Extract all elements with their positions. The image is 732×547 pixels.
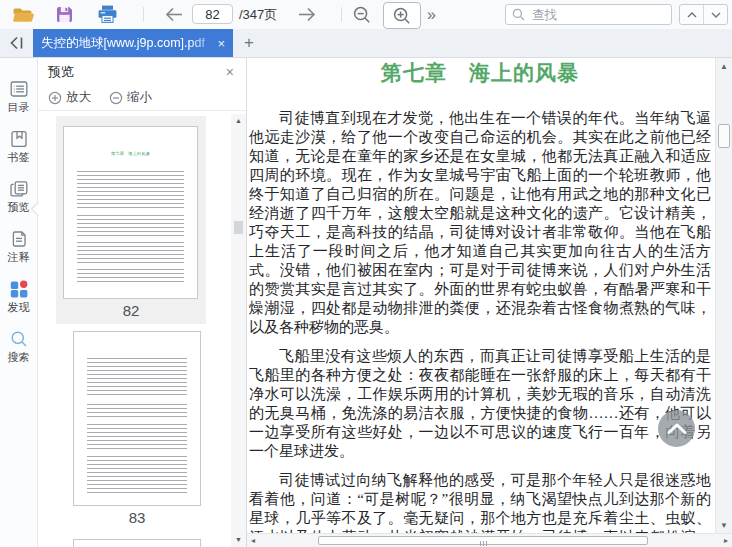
- collapse-tabs-button[interactable]: [6, 34, 26, 52]
- page-number-input[interactable]: [192, 4, 233, 24]
- open-folder-icon: [12, 5, 34, 24]
- tab-title: 失控的地球[www.j9p.com].pdf: [41, 35, 213, 52]
- thumbnail-chapter-title: 第七章 海上的风暴: [64, 151, 197, 157]
- sidebar-item-toc[interactable]: 目录: [0, 71, 37, 121]
- page-total-label: /347页: [239, 0, 277, 29]
- scrollbar-grip: [479, 532, 488, 547]
- preview-panel: 预览 × 放大 缩小: [38, 58, 247, 547]
- sidebar-item-bookmarks[interactable]: 书签: [0, 121, 37, 171]
- thumbnail-text-block: [77, 215, 184, 237]
- discover-grid-icon: [9, 279, 29, 299]
- sidebar-item-label: 目录: [8, 101, 30, 113]
- circle-plus-icon: [48, 91, 62, 105]
- chapter-title: 第七章 海上的风暴: [249, 60, 711, 87]
- chevron-left-bar-icon: [9, 35, 24, 51]
- thumbnail-text-block: [87, 456, 187, 494]
- scroll-down-icon[interactable]: ▼: [716, 521, 732, 530]
- document-paragraph: 飞船里没有这些烦人的东西，而真正让司徒博享受船上生活的是飞船里的各种方便之处：夜…: [249, 347, 711, 461]
- thumbnail-scrollbar[interactable]: ▲ ▼: [231, 114, 246, 547]
- sidebar-item-label: 书签: [8, 151, 30, 163]
- sidebar-item-annotations[interactable]: 注释: [0, 221, 37, 271]
- save-button[interactable]: [54, 4, 74, 24]
- scrollbar-thumb[interactable]: [718, 124, 730, 148]
- sidebar-item-preview[interactable]: 预览: [0, 171, 37, 221]
- thumbnail-zoom-out-button[interactable]: 缩小: [109, 89, 152, 106]
- tab-active-document[interactable]: 失控的地球[www.j9p.com].pdf ×: [33, 29, 233, 57]
- more-tools-button[interactable]: »: [427, 0, 436, 29]
- find-navigation: [679, 4, 728, 25]
- note-page-icon: [9, 229, 29, 249]
- scroll-up-icon[interactable]: ▲: [716, 62, 732, 71]
- preview-panel-title: 预览: [48, 63, 74, 81]
- sidebar-item-search[interactable]: 搜索: [0, 321, 37, 371]
- vertical-scrollbar[interactable]: ▲ ▼: [715, 58, 732, 534]
- sidebar-item-label: 预览: [8, 201, 30, 213]
- scroll-up-icon[interactable]: ▲: [231, 117, 246, 125]
- preview-zoom-row: 放大 缩小: [38, 85, 246, 111]
- plus-icon: +: [244, 33, 254, 53]
- printer-icon: [97, 4, 118, 24]
- thumbnail-text-block: [77, 242, 184, 264]
- new-tab-button[interactable]: +: [239, 29, 259, 57]
- scrollbar-thumb[interactable]: [318, 536, 648, 545]
- sidebar-item-label: 发现: [8, 301, 30, 313]
- document-area: 第七章 海上的风暴 司徒博直到现在才发觉，他出生在一个错误的年代。当年纳飞逼他远…: [247, 58, 732, 547]
- print-button[interactable]: [97, 4, 118, 24]
- scroll-right-icon[interactable]: ▸: [724, 534, 728, 547]
- arrow-left-icon: [162, 6, 186, 23]
- thumbnail-text-block: [87, 424, 187, 450]
- sidebar-item-label: 搜索: [8, 351, 30, 363]
- arrow-right-icon: [295, 6, 319, 23]
- document-paragraph: 司徒博试过向纳飞解释他的感受，可是那个年轻人只是很迷惑地看着他，问道：“可是树呢…: [249, 471, 711, 534]
- double-chevron-icon: »: [427, 6, 436, 24]
- find-next-button[interactable]: [703, 5, 727, 24]
- tab-bar: 失控的地球[www.j9p.com].pdf × +: [0, 29, 732, 58]
- toolbar-separator: [341, 7, 342, 22]
- thumbnail-text-block: [87, 404, 187, 418]
- thumbnail-text-block: [77, 269, 184, 283]
- scroll-down-icon[interactable]: ▼: [231, 536, 246, 544]
- search-input[interactable]: [530, 7, 665, 23]
- search-icon: [9, 329, 29, 349]
- zoom-in-label: 放大: [66, 89, 91, 106]
- sidebar: 目录 书签 预览: [0, 58, 38, 547]
- chevron-up-icon: [686, 11, 698, 19]
- scroll-left-icon[interactable]: ◂: [251, 534, 255, 547]
- sidebar-item-discover[interactable]: 发现: [0, 271, 37, 321]
- pdf-page: 第七章 海上的风暴 司徒博直到现在才发觉，他出生在一个错误的年代。当年纳飞逼他远…: [247, 58, 715, 534]
- save-floppy-icon: [54, 4, 74, 24]
- zoom-out-button[interactable]: [352, 5, 372, 25]
- scrollbar-thumb[interactable]: [234, 221, 243, 234]
- preview-close-button[interactable]: ×: [226, 64, 234, 80]
- bookmark-icon: [9, 129, 29, 149]
- search-icon: [512, 8, 525, 21]
- thumbnail-page-number: 83: [62, 509, 212, 526]
- zoom-in-button[interactable]: [383, 2, 421, 29]
- thumbnail-page-82[interactable]: 第七章 海上的风暴 82: [56, 116, 206, 324]
- search-box: [505, 4, 672, 25]
- thumbnail-zoom-in-button[interactable]: 放大: [48, 89, 91, 106]
- circle-minus-icon: [109, 91, 123, 105]
- magnifier-plus-icon: [392, 6, 412, 26]
- chevron-down-icon: [710, 11, 722, 19]
- app-body: 目录 书签 预览: [0, 58, 732, 547]
- sidebar-item-label: 注释: [8, 251, 30, 263]
- next-page-button[interactable]: [295, 6, 319, 23]
- magnifier-minus-icon: [352, 5, 372, 25]
- toolbar-separator: [143, 7, 144, 22]
- find-previous-button[interactable]: [680, 5, 703, 24]
- open-file-button[interactable]: [12, 5, 34, 24]
- horizontal-scrollbar[interactable]: ◂ ▸: [247, 533, 732, 547]
- document-paragraph: 司徒博直到现在才发觉，他出生在一个错误的年代。当年纳飞逼他远走沙漠，给了他一个改…: [249, 109, 711, 337]
- thumbnail-text-block: [87, 358, 187, 398]
- previous-page-button[interactable]: [162, 6, 186, 23]
- pdf-reader-window: /347页 »: [0, 0, 732, 547]
- thumbnail-text-block: [77, 171, 184, 209]
- toc-list-icon: [9, 79, 29, 99]
- zoom-out-label: 缩小: [127, 89, 152, 106]
- back-to-top-button[interactable]: [658, 410, 695, 447]
- preview-pages-icon: [9, 179, 29, 199]
- tab-close-icon[interactable]: ×: [217, 36, 225, 51]
- toolbar: /347页 »: [0, 0, 732, 30]
- thumbnail-list: 第七章 海上的风暴 82 83: [38, 111, 231, 547]
